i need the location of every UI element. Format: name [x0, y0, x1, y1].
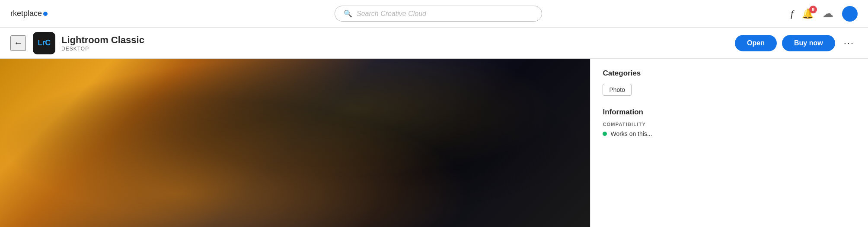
app-title-group: Lightroom Classic DESKTOP [61, 35, 144, 52]
compatibility-value: Works on this... [603, 130, 856, 137]
main-content: Categories Photo Information COMPATIBILI… [0, 59, 868, 227]
compatibility-status-dot [603, 132, 607, 136]
hero-image-section [0, 59, 590, 227]
avatar[interactable] [842, 6, 858, 22]
app-header-actions: Open Buy now ··· [735, 35, 858, 51]
sidebar: Categories Photo Information COMPATIBILI… [590, 59, 868, 227]
information-title: Information [603, 108, 856, 117]
app-icon: LrC [33, 32, 55, 54]
marketplace-label: rketplace [10, 9, 42, 18]
nav-left: rketplace [10, 9, 97, 18]
app-icon-text: LrC [38, 38, 51, 47]
search-icon: 🔍 [344, 9, 352, 18]
buy-now-button[interactable]: Buy now [782, 35, 835, 51]
marketplace-dot [43, 12, 48, 16]
notification-button[interactable]: 🔔 9 [802, 8, 814, 19]
more-options-button[interactable]: ··· [840, 36, 858, 50]
compatibility-label: COMPATIBILITY [603, 122, 856, 127]
app-name: Lightroom Classic [61, 35, 144, 46]
search-placeholder-text: Search Creative Cloud [357, 10, 426, 18]
information-section: Information COMPATIBILITY Works on this.… [603, 108, 856, 137]
photo-category-tag[interactable]: Photo [603, 84, 632, 96]
app-platform: DESKTOP [61, 46, 144, 52]
hero-image [0, 59, 590, 227]
nav-right: f 🔔 9 ☁ [780, 6, 858, 22]
compatibility-text: Works on this... [610, 130, 652, 137]
font-icon-button[interactable]: f [791, 8, 793, 19]
cloud-icon[interactable]: ☁ [822, 7, 833, 20]
search-container: 🔍 Search Creative Cloud [97, 6, 780, 22]
back-button[interactable]: ← [10, 35, 26, 51]
notification-badge: 9 [809, 6, 817, 13]
categories-title: Categories [603, 69, 856, 78]
categories-section: Categories Photo [603, 69, 856, 96]
top-navigation: rketplace 🔍 Search Creative Cloud f 🔔 9 … [0, 0, 868, 28]
app-header: ← LrC Lightroom Classic DESKTOP Open Buy… [0, 28, 868, 59]
open-button[interactable]: Open [735, 35, 777, 51]
search-bar[interactable]: 🔍 Search Creative Cloud [335, 6, 542, 22]
